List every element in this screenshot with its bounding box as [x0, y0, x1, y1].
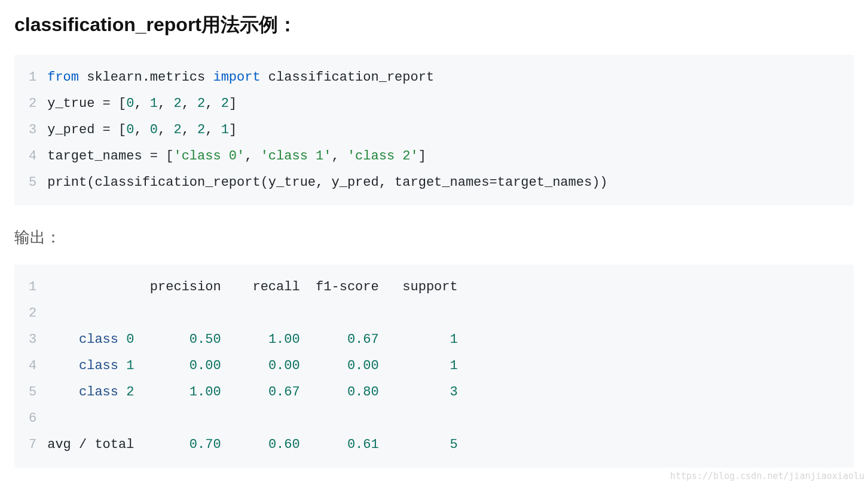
line-number: 1: [29, 65, 36, 91]
code-content: precision recall f1-score support class …: [47, 274, 854, 458]
code-line: [47, 406, 854, 432]
line-number: 5: [29, 170, 36, 196]
code-block-output: 1234567 precision recall f1-score suppor…: [14, 265, 854, 468]
code-block-source: 12345 from sklearn.metrics import classi…: [14, 55, 854, 205]
line-number-gutter: 12345: [14, 65, 47, 196]
code-line: from sklearn.metrics import classificati…: [47, 65, 854, 91]
code-content: from sklearn.metrics import classificati…: [47, 65, 854, 196]
code-line: y_pred = [0, 0, 2, 2, 1]: [47, 117, 854, 143]
code-line: class 0 0.50 1.00 0.67 1: [47, 327, 854, 353]
code-line: y_true = [0, 1, 2, 2, 2]: [47, 91, 854, 117]
line-number: 4: [29, 353, 36, 379]
code-line: target_names = ['class 0', 'class 1', 'c…: [47, 143, 854, 170]
line-number: 4: [29, 143, 36, 170]
line-number: 5: [29, 379, 36, 406]
code-line: avg / total 0.70 0.60 0.61 5: [47, 432, 854, 458]
line-number: 3: [29, 117, 36, 143]
output-label: 输出：: [14, 227, 854, 248]
code-line: precision recall f1-score support: [47, 274, 854, 300]
code-line: class 2 1.00 0.67 0.80 3: [47, 379, 854, 406]
code-line: [47, 300, 854, 327]
line-number-gutter: 1234567: [14, 274, 47, 458]
watermark-text: https://blog.csdn.net/jianjiaoxiaolu: [670, 471, 864, 481]
code-line: class 1 0.00 0.00 0.00 1: [47, 353, 854, 379]
line-number: 6: [29, 406, 36, 432]
line-number: 7: [29, 432, 36, 458]
section-heading: classification_report用法示例：: [14, 12, 854, 38]
line-number: 2: [29, 91, 36, 117]
line-number: 3: [29, 327, 36, 353]
code-line: print(classification_report(y_true, y_pr…: [47, 170, 854, 196]
line-number: 1: [29, 274, 36, 300]
line-number: 2: [29, 300, 36, 327]
